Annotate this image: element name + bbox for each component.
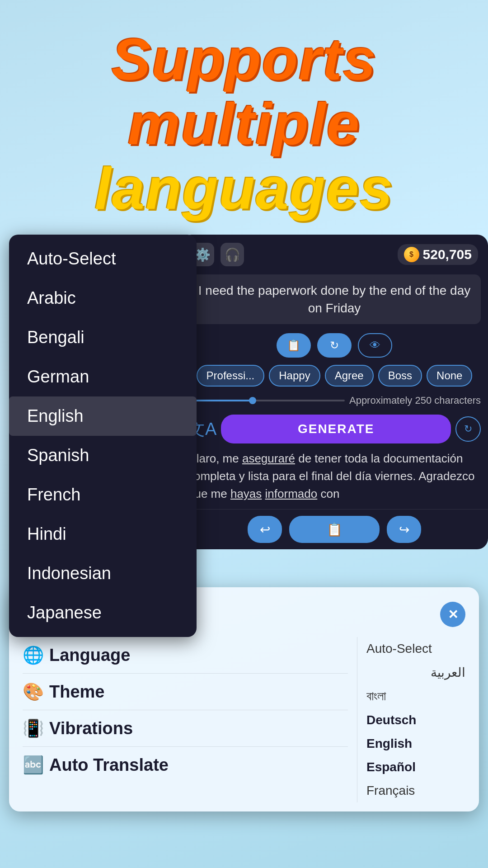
lang-francais[interactable]: Français bbox=[366, 779, 465, 802]
language-label: Language bbox=[49, 646, 130, 665]
language-options-list: Auto-Select العربية বাংলা Deutsch Englis… bbox=[357, 637, 465, 802]
tone-buttons-right: Professi... Happy Agree Boss None bbox=[181, 361, 488, 390]
dropdown-item-bengali[interactable]: Bengali bbox=[9, 318, 197, 357]
tone-happy[interactable]: Happy bbox=[269, 365, 320, 387]
eye-btn-right[interactable]: 👁 bbox=[358, 333, 392, 358]
hero-line1: Supports bbox=[18, 27, 470, 92]
forward-btn-right[interactable]: ↪ bbox=[387, 516, 421, 543]
tone-professional[interactable]: Professi... bbox=[197, 365, 265, 387]
dropdown-item-french[interactable]: French bbox=[9, 475, 197, 514]
right-app-card: ⚙️ 🎧 $ 520,705 I need the paperwork done… bbox=[181, 235, 488, 549]
refresh-btn-right[interactable]: ↻ bbox=[317, 333, 352, 358]
dropdown-item-arabic[interactable]: Arabic bbox=[9, 278, 197, 318]
lang-auto-select[interactable]: Auto-Select bbox=[366, 637, 465, 660]
vibrations-icon: 📳 bbox=[23, 718, 44, 738]
app-header-right: ⚙️ 🎧 $ 520,705 bbox=[181, 235, 488, 274]
tone-agree[interactable]: Agree bbox=[325, 365, 374, 387]
coin-amount-right: 520,705 bbox=[423, 247, 472, 262]
lang-english[interactable]: English bbox=[366, 732, 465, 755]
dropdown-item-autoselect[interactable]: Auto-Select bbox=[9, 239, 197, 278]
dropdown-item-english[interactable]: English bbox=[9, 396, 197, 436]
autotranslate-label: Auto Translate bbox=[49, 755, 169, 775]
autotranslate-icon: 🔤 bbox=[23, 755, 44, 775]
hero-line3: languages bbox=[18, 156, 470, 221]
lang-espanol[interactable]: Español bbox=[366, 755, 465, 779]
headset-icon-btn[interactable]: 🎧 bbox=[221, 243, 244, 266]
dropdown-item-spanish[interactable]: Spanish bbox=[9, 436, 197, 475]
char-count-text: Approximately 250 characters bbox=[349, 395, 481, 406]
dropdown-item-japanese[interactable]: Japanese bbox=[9, 593, 197, 632]
theme-label: Theme bbox=[49, 682, 104, 702]
input-box-right: I need the paperwork done by the end of … bbox=[188, 274, 481, 324]
dropdown-item-indonesian[interactable]: Indonesian bbox=[9, 554, 197, 593]
generate-btn-right[interactable]: GENERATE bbox=[221, 415, 451, 443]
hero-line2: multiple bbox=[18, 92, 470, 156]
settings-row-vibrations[interactable]: 📳 Vibrations bbox=[23, 710, 348, 747]
tone-none[interactable]: None bbox=[427, 365, 472, 387]
dropdown-item-german[interactable]: German bbox=[9, 357, 197, 396]
lang-arabic[interactable]: العربية bbox=[366, 660, 465, 684]
language-icon: 🌐 bbox=[23, 645, 44, 665]
coin-icon-right: $ bbox=[404, 247, 419, 262]
copy-output-btn-right[interactable]: 📋 bbox=[289, 516, 380, 543]
lang-bengali[interactable]: বাংলা bbox=[366, 684, 465, 708]
copy-btn-right[interactable]: 📋 bbox=[277, 333, 311, 358]
theme-icon: 🎨 bbox=[23, 682, 44, 702]
settings-row-theme[interactable]: 🎨 Theme bbox=[23, 674, 348, 710]
generate-row-right: 文A GENERATE ↻ bbox=[181, 411, 488, 450]
vibrations-label: Vibrations bbox=[49, 719, 133, 738]
settings-row-language[interactable]: 🌐 Language bbox=[23, 637, 348, 674]
action-buttons-right: 📋 ↻ 👁 bbox=[181, 330, 488, 361]
output-text-right: Claro, me aseguraré de tener toda la doc… bbox=[188, 450, 481, 503]
tone-boss[interactable]: Boss bbox=[378, 365, 422, 387]
lang-deutsch[interactable]: Deutsch bbox=[366, 708, 465, 732]
language-dropdown[interactable]: Auto-SelectArabicBengaliGermanEnglishSpa… bbox=[9, 235, 197, 637]
hero-section: Supports multiple languages bbox=[0, 0, 488, 235]
eye-generate-right[interactable]: ↻ bbox=[455, 416, 481, 442]
back-btn-right[interactable]: ↩ bbox=[248, 516, 282, 543]
dropdown-item-hindi[interactable]: Hindi bbox=[9, 514, 197, 554]
settings-row-autotranslate[interactable]: 🔤 Auto Translate bbox=[23, 747, 348, 783]
settings-close-btn[interactable]: ✕ bbox=[440, 602, 465, 627]
settings-rows: 🌐 Language 🎨 Theme 📳 Vibrations 🔤 Auto T… bbox=[23, 637, 348, 802]
char-count-section: Approximately 250 characters bbox=[181, 390, 488, 411]
input-text-right: I need the paperwork done by the end of … bbox=[198, 283, 470, 315]
bottom-actions-right: ↩ 📋 ↪ bbox=[181, 509, 488, 549]
